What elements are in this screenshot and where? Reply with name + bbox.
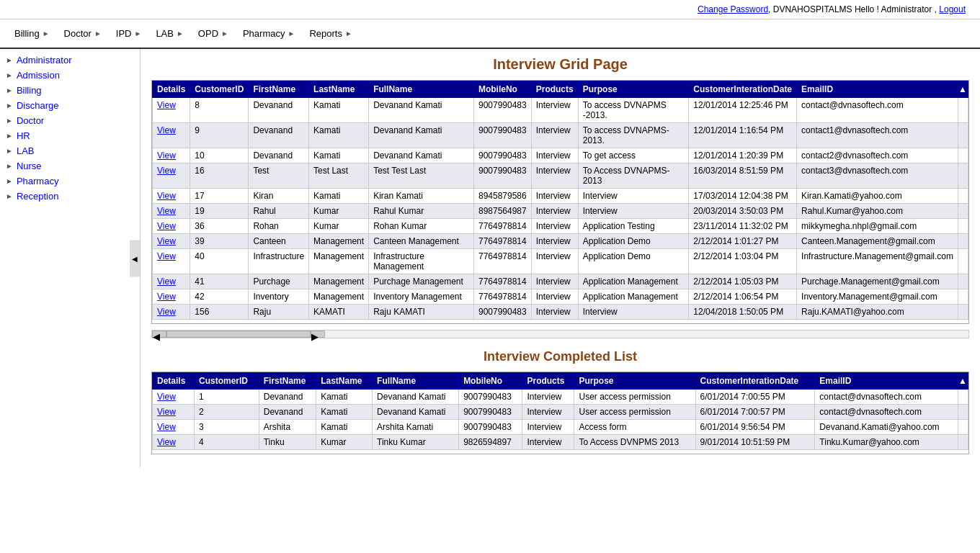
sidebar-item-nurse[interactable]: ► Nurse [0,158,140,174]
row-products: Interview [531,98,578,123]
comp-scroll-up-btn[interactable]: ▲ [958,373,968,390]
col-date: CustomerInterationDate [689,81,797,98]
scroll-right-btn[interactable]: ▶ [311,331,325,338]
comp-col-purpose: Purpose [574,373,695,390]
row-firstname: Devanand [249,148,309,163]
grid-header-row: Details CustomerID FirstName LastName Fu… [153,81,968,98]
nav-ipd-arrow: ► [134,30,141,37]
row-lastname: Kamati [309,148,369,163]
sidebar-item-lab[interactable]: ► LAB [0,143,140,158]
comp-col-email: EmailID [815,373,958,390]
row-fullname: Rahul Kumar [369,204,474,219]
sidebar-item-discharge[interactable]: ► Discharge [0,98,140,113]
nav-pharmacy[interactable]: Pharmacy ► [236,25,302,42]
row-lastname: Kamati [309,123,369,148]
row-mobileno: 9007990483 [473,305,531,320]
row-fullname: Arshita Kamati [373,420,459,435]
row-details[interactable]: View [153,219,190,234]
sidebar-item-doctor[interactable]: ► Doctor [0,113,140,128]
row-email: Tinku.Kumar@yahoo.com [815,435,958,450]
row-customerid: 40 [190,249,249,274]
row-date: 2/12/2014 1:05:03 PM [689,274,797,289]
table-row: View 42 Inventory Management Inventory M… [153,289,968,305]
scroll-up-btn[interactable]: ▲ [958,81,968,98]
row-details[interactable]: View [153,189,190,204]
row-scroll [958,98,968,123]
row-lastname: Kamati [309,98,369,123]
row-date: 2/12/2014 1:03:04 PM [689,249,797,274]
table-row: View 8 Devanand Kamati Devanand Kamati 9… [153,98,968,123]
comp-col-firstname: FirstName [259,373,316,390]
row-details[interactable]: View [153,390,195,405]
row-products: Interview [531,249,578,274]
col-mobileno: MobileNo [473,81,531,98]
bullet-icon: ► [6,132,13,140]
row-customerid: 9 [190,123,249,148]
bullet-icon: ► [6,117,13,125]
row-details[interactable]: View [153,305,190,320]
row-date: 9/01/2014 10:51:59 PM [695,435,815,450]
row-fullname: Raju KAMATI [369,305,474,320]
scroll-thumb[interactable] [166,331,311,338]
row-details[interactable]: View [153,405,195,420]
row-fullname: Infrastructure Management [369,249,474,274]
row-lastname: Management [309,249,369,274]
row-mobileno: 7764978814 [473,289,531,305]
logout-link[interactable]: Logout [939,4,966,14]
row-details[interactable]: View [153,148,190,163]
sidebar-item-administrator[interactable]: ► Administrator [0,53,140,68]
bullet-icon: ► [6,56,13,64]
row-details[interactable]: View [153,98,190,123]
sidebar-item-admission[interactable]: ► Admission [0,68,140,83]
row-scroll [958,305,968,320]
row-details[interactable]: View [153,234,190,249]
table-row: View 17 Kiran Kamati Kiran Kamati 894587… [153,189,968,204]
row-date: 17/03/2014 12:04:38 PM [689,189,797,204]
row-details[interactable]: View [153,123,190,148]
row-details[interactable]: View [153,204,190,219]
row-details[interactable]: View [153,249,190,274]
change-password-link[interactable]: Change Password [698,4,768,14]
nav-doctor[interactable]: Doctor ► [57,25,109,42]
row-customerid: 10 [190,148,249,163]
col-fullname: FullName [369,81,474,98]
sidebar-item-reception[interactable]: ► Reception [0,189,140,204]
sidebar-item-billing[interactable]: ► Billing [0,83,140,98]
nav-reports[interactable]: Reports ► [302,25,359,42]
row-date: 2/12/2014 1:06:54 PM [689,289,797,305]
row-customerid: 3 [194,420,259,435]
row-firstname: Devanand [249,98,309,123]
row-purpose: To get access [578,148,689,163]
row-details[interactable]: View [153,420,195,435]
sidebar-item-hr[interactable]: ► HR [0,128,140,143]
row-firstname: Rahul [249,204,309,219]
row-customerid: 1 [194,390,259,405]
nav-billing[interactable]: Billing ► [7,25,57,42]
row-purpose: User access permission [574,390,695,405]
sidebar-collapse-toggle[interactable]: ◀ [130,240,140,276]
row-lastname: Management [309,289,369,305]
comp-col-fullname: FullName [373,373,459,390]
row-firstname: Tinku [259,435,316,450]
scroll-left-btn[interactable]: ◀ [152,331,166,338]
sidebar-item-pharmacy[interactable]: ► Pharmacy [0,174,140,189]
grid-horizontal-scrollbar[interactable]: ◀ ▶ [151,330,969,338]
col-customerid: CustomerID [190,81,249,98]
comp-col-customerid: CustomerID [194,373,259,390]
row-email: Canteen.Management@gmail.com [797,234,958,249]
row-details[interactable]: View [153,163,190,189]
row-email: mikkymegha.nhpl@gmail.com [797,219,958,234]
row-details[interactable]: View [153,435,195,450]
greeting-text: Hello ! Administrator , [855,4,937,14]
row-date: 6/01/2014 9:56:54 PM [695,420,815,435]
nav-ipd[interactable]: IPD ► [109,25,149,42]
row-lastname: Kamati [309,189,369,204]
row-lastname: Kamati [316,390,373,405]
row-details[interactable]: View [153,274,190,289]
grid-table-wrapper: Details CustomerID FirstName LastName Fu… [151,80,969,324]
row-details[interactable]: View [153,289,190,305]
nav-lab[interactable]: LAB ► [148,25,190,42]
row-scroll [958,204,968,219]
table-row: View 4 Tinku Kumar Tinku Kumar 982659489… [153,435,968,450]
nav-opd[interactable]: OPD ► [191,25,236,42]
